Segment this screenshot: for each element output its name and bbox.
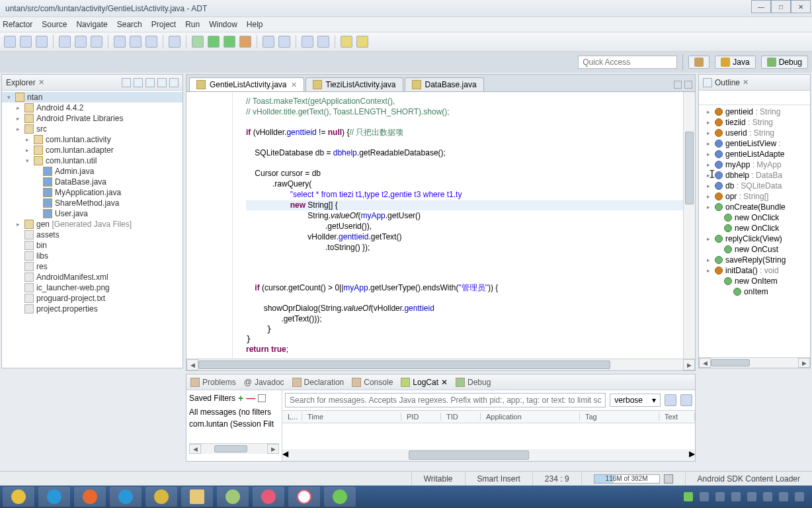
view-menu-icon[interactable] [145, 78, 155, 87]
lint-icon[interactable] [91, 36, 102, 48]
tree-item[interactable]: Admin.java [2, 166, 183, 177]
tree-item[interactable]: MyApplication.java [2, 187, 183, 198]
back-icon[interactable] [341, 36, 352, 48]
heap-bar[interactable]: 116M of 382M [594, 474, 660, 484]
taskbar-app[interactable] [288, 487, 320, 507]
new-project-icon[interactable] [114, 36, 126, 48]
tree-item[interactable]: AndroidManifest.xml [2, 272, 183, 282]
col-tid[interactable]: TID [441, 413, 481, 421]
java-perspective-button[interactable]: Java [715, 56, 755, 69]
horizontal-scrollbar[interactable]: ◀ ▶ [186, 359, 695, 370]
outline-item[interactable]: ▸db : SQLiteData [699, 181, 810, 191]
outline-item[interactable]: ▸replyClick(View) [699, 233, 810, 244]
open-type-icon[interactable] [169, 36, 181, 48]
new-class-icon[interactable] [145, 36, 157, 48]
logcat-search-input[interactable] [285, 393, 606, 407]
scrollbar-thumb[interactable] [198, 360, 610, 369]
close-icon[interactable]: ✕ [743, 78, 749, 87]
filter-item[interactable]: All messages (no filters [189, 406, 279, 418]
save-icon[interactable] [20, 36, 32, 48]
declaration-tab[interactable]: Declaration [292, 378, 345, 387]
code-area[interactable]: // Toast.makeText(getApplicationContext(… [233, 92, 683, 359]
scroll-left-icon[interactable]: ◀ [186, 359, 198, 370]
console-tab[interactable]: Console [352, 378, 393, 387]
taskbar-app[interactable] [145, 487, 177, 507]
menu-navigate[interactable]: Navigate [76, 20, 107, 29]
taskbar-app[interactable] [253, 487, 284, 507]
tree-item[interactable]: ▾com.luntan.util [2, 155, 183, 166]
scroll-right-icon[interactable]: ▶ [798, 358, 810, 368]
debug-perspective-button[interactable]: Debug [761, 56, 808, 69]
debug-tab[interactable]: Debug [456, 378, 491, 387]
scrollbar-thumb[interactable] [214, 445, 247, 452]
minimize-icon[interactable] [674, 81, 682, 89]
scrollbar-thumb[interactable] [685, 132, 694, 204]
outline-item[interactable]: ▸myApp : MyApp [699, 159, 810, 170]
battery-icon[interactable] [763, 492, 772, 501]
new-icon[interactable] [4, 36, 16, 48]
external-tools-icon[interactable] [239, 36, 251, 48]
outline-item[interactable]: new OnCust [699, 244, 810, 255]
taskbar-app[interactable] [181, 487, 213, 507]
edit-filter-icon[interactable] [258, 394, 266, 402]
col-tag[interactable]: Tag [580, 413, 659, 421]
debug-icon[interactable] [192, 36, 204, 48]
outline-tree[interactable]: ▸gentieid : String▸tieziid : String▸user… [699, 105, 810, 357]
scroll-left-icon[interactable]: ◀ [282, 449, 288, 461]
scroll-left-icon[interactable]: ◀ [699, 358, 711, 368]
filter-item[interactable]: com.luntan (Session Filt [189, 418, 279, 430]
search-icon[interactable] [278, 36, 290, 48]
menu-help[interactable]: Help [247, 20, 263, 29]
tray-icon[interactable] [731, 492, 741, 501]
toggle-mark-icon[interactable] [302, 36, 313, 48]
package-tree[interactable]: ▾ntan ▸Android 4.4.2▸Android Private Lib… [2, 91, 183, 368]
collapse-all-icon[interactable] [122, 78, 131, 87]
avd-icon[interactable] [75, 36, 87, 48]
tree-item[interactable]: User.java [2, 208, 183, 219]
editor-tab[interactable]: TieziListActivity.java [305, 77, 403, 91]
tree-item[interactable]: project.properties [2, 304, 183, 314]
outline-item[interactable]: ▸gentieListView : [699, 138, 810, 149]
scrollbar-thumb[interactable] [711, 359, 750, 366]
tree-item[interactable]: assets [2, 230, 183, 240]
close-icon[interactable]: ✕ [38, 78, 44, 87]
tree-item[interactable]: proguard-project.txt [2, 293, 183, 304]
scroll-right-icon[interactable]: ▶ [683, 359, 695, 370]
editor-body[interactable]: // Toast.makeText(getApplicationContext(… [186, 92, 695, 359]
javadoc-tab[interactable]: @Javadoc [244, 378, 284, 387]
outline-item[interactable]: onItem [699, 286, 810, 297]
taskbar-app[interactable] [74, 487, 106, 507]
outline-item[interactable]: ▸opr : String[] [699, 191, 810, 202]
outline-item[interactable]: ▸saveReply(String [699, 255, 810, 265]
new-package-icon[interactable] [130, 36, 142, 48]
col-level[interactable]: L... [282, 413, 302, 421]
save-log-icon[interactable] [665, 394, 676, 406]
tree-item[interactable]: ▸Android 4.4.2 [2, 103, 183, 113]
menu-window[interactable]: Window [209, 20, 237, 29]
outline-item[interactable]: ▸gentieid : String [699, 106, 810, 117]
tray-icon[interactable] [700, 492, 709, 501]
menu-run[interactable]: Run [185, 20, 200, 29]
link-editor-icon[interactable] [134, 78, 143, 87]
trash-icon[interactable] [664, 474, 673, 484]
clear-log-icon[interactable] [680, 394, 692, 406]
annotation-icon[interactable] [317, 36, 329, 48]
wifi-icon[interactable] [684, 492, 693, 501]
close-icon[interactable]: ✕ [291, 81, 297, 89]
taskbar-app[interactable] [324, 487, 356, 507]
taskbar-app[interactable] [217, 487, 249, 507]
tree-item[interactable]: ▸com.luntan.activity [2, 134, 183, 145]
log-level-select[interactable]: verbose▾ [610, 394, 661, 407]
tree-item[interactable]: res [2, 261, 183, 272]
minimize-icon[interactable] [157, 78, 167, 87]
menu-search[interactable]: Search [117, 20, 142, 29]
scroll-left-icon[interactable]: ◀ [189, 444, 201, 454]
outline-item[interactable]: ▸gentieListAdapte [699, 149, 810, 159]
horizontal-scrollbar[interactable]: ◀ ▶ [699, 357, 810, 368]
taskbar-app[interactable] [38, 487, 70, 507]
volume-icon[interactable] [779, 492, 788, 501]
tree-item[interactable]: ▸gen [Generated Java Files] [2, 219, 183, 230]
remove-filter-icon[interactable]: — [246, 393, 255, 403]
forward-icon[interactable] [356, 36, 368, 48]
action-center-icon[interactable] [795, 492, 804, 501]
